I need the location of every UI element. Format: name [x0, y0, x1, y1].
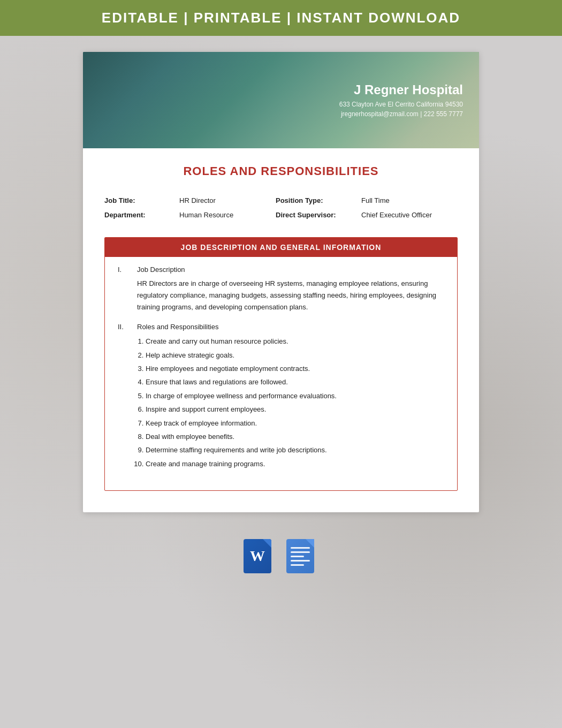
supervisor-label: Direct Supervisor: [276, 208, 361, 222]
docs-line-4 [291, 560, 310, 562]
roman-num-ii: II. [118, 323, 131, 331]
position-type-label: Position Type: [276, 193, 361, 208]
docs-line-1 [291, 547, 310, 549]
list-item: Deal with employee benefits. [146, 430, 444, 443]
supervisor-value: Chief Executive Officer [361, 208, 458, 222]
section-ii-label: Roles and Responsibilities [137, 323, 218, 331]
hospital-info: J Regner Hospital 633 Clayton Ave El Cer… [339, 82, 479, 118]
document-title: ROLES AND RESPONSIBILITIES [104, 164, 458, 178]
section-header: JOB DESCRIPTION AND GENERAL INFORMATION [105, 238, 457, 257]
section-ii-heading: II. Roles and Responsibilities [118, 323, 444, 331]
section-i-heading: I. Job Description [118, 266, 444, 274]
list-item: Hire employees and negotiate employment … [146, 362, 444, 375]
job-title-label: Job Title: [104, 193, 179, 208]
hospital-header: J Regner Hospital 633 Clayton Ave El Cer… [83, 52, 479, 148]
section-body: I. Job Description HR Directors are in c… [105, 257, 457, 490]
list-item: Keep track of employee information. [146, 417, 444, 429]
bottom-icons: W [244, 528, 318, 593]
section-i: I. Job Description HR Directors are in c… [118, 266, 444, 313]
docs-icon-body [286, 539, 314, 573]
word-icon-body: W [244, 539, 271, 573]
list-item: Create and manage training programs. [146, 458, 444, 470]
job-title-value: HR Director [179, 193, 276, 208]
document-card: J Regner Hospital 633 Clayton Ave El Cer… [83, 52, 479, 512]
top-banner: EDITABLE | PRINTABLE | INSTANT DOWNLOAD [0, 0, 562, 36]
position-type-value: Full Time [361, 193, 458, 208]
hospital-address: 633 Clayton Ave El Cerrito California 94… [339, 101, 463, 108]
list-item: In charge of employee wellness and perfo… [146, 390, 444, 402]
docs-line-3 [291, 556, 304, 557]
responsibilities-list: Create and carry out human resource poli… [146, 335, 444, 470]
department-value: Human Resource [179, 208, 276, 222]
list-item: Determine staffing requirements and writ… [146, 444, 444, 456]
hospital-name: J Regner Hospital [339, 82, 463, 97]
list-item: Help achieve strategic goals. [146, 349, 444, 361]
section-ii: II. Roles and Responsibilities Create an… [118, 323, 444, 470]
doc-content: ROLES AND RESPONSIBILITIES Job Title: HR… [83, 148, 479, 512]
docs-line-2 [291, 551, 310, 553]
list-item: Inspire and support current employees. [146, 403, 444, 415]
hospital-contact: jregnerhospital@zmail.com | 222 555 7777 [339, 110, 463, 118]
docs-icon[interactable] [286, 539, 318, 577]
roman-num-i: I. [118, 266, 131, 274]
section-i-text: HR Directors are in charge of overseeing… [137, 278, 444, 313]
word-icon[interactable]: W [244, 539, 276, 577]
list-item: Ensure that laws and regulations are fol… [146, 376, 444, 388]
list-item: Create and carry out human resource poli… [146, 335, 444, 347]
info-grid: Job Title: HR Director Position Type: Fu… [104, 193, 458, 222]
section-i-label: Job Description [137, 266, 185, 274]
section-box: JOB DESCRIPTION AND GENERAL INFORMATION … [104, 237, 458, 491]
banner-text: EDITABLE | PRINTABLE | INSTANT DOWNLOAD [102, 10, 460, 26]
word-letter: W [250, 548, 265, 565]
department-label: Department: [104, 208, 179, 222]
docs-line-5 [291, 564, 304, 566]
